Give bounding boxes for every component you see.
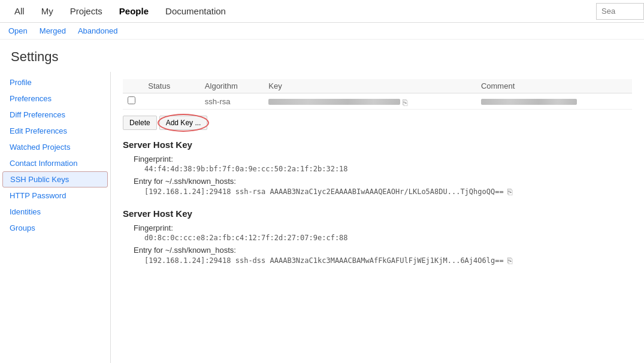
subnav-open[interactable]: Open	[6, 25, 34, 37]
row-checkbox[interactable]	[128, 96, 135, 104]
page-title: Settings	[0, 40, 644, 72]
shk2-fp-value: d0:8c:0c:cc:e8:2a:fb:c4:12:7f:2d:27:07:9…	[144, 234, 632, 242]
col-header-comment: Comment	[476, 79, 632, 93]
nav-projects[interactable]: Projects	[62, 0, 111, 22]
subnav-merged[interactable]: Merged	[34, 25, 72, 37]
row-checkbox-cell	[123, 93, 143, 110]
sidebar-item-groups[interactable]: Groups	[0, 220, 110, 236]
col-header-key: Key	[264, 79, 476, 93]
shk2-copy-icon[interactable]: ⎘	[507, 256, 517, 265]
col-header-algorithm: Algorithm	[200, 79, 264, 93]
shk2-fp-label: Fingerprint:	[134, 223, 632, 232]
shk2-entry-value: [192.168.1.24]:29418 ssh-dss AAAAB3NzaC1…	[144, 256, 632, 265]
sidebar-item-ssh-public-keys[interactable]: SSH Public Keys	[2, 171, 108, 187]
sidebar-item-watched-projects[interactable]: Watched Projects	[0, 139, 110, 155]
comment-blurred	[481, 99, 577, 105]
shk2-title: Server Host Key	[123, 208, 632, 219]
content-area: Status Algorithm Key Comment ssh-rsa ⎘	[111, 72, 644, 363]
action-buttons: Delete Add Key ...	[123, 116, 632, 130]
subnav-abandoned[interactable]: Abandoned	[72, 25, 124, 37]
sidebar-item-edit-preferences[interactable]: Edit Preferences	[0, 123, 110, 139]
sidebar-item-identities[interactable]: Identities	[0, 204, 110, 220]
col-header-check	[123, 79, 143, 93]
sub-nav: Open Merged Abandoned	[0, 23, 644, 40]
sidebar-item-diff-preferences[interactable]: Diff Preferences	[0, 107, 110, 123]
key-copy-icon[interactable]: ⎘	[403, 98, 411, 106]
row-key: ⎘	[264, 93, 476, 110]
nav-documentation[interactable]: Documentation	[157, 0, 234, 22]
nav-all[interactable]: All	[6, 0, 33, 22]
nav-my[interactable]: My	[33, 0, 62, 22]
sidebar-item-contact-information[interactable]: Contact Information	[0, 155, 110, 171]
sidebar-item-preferences[interactable]: Preferences	[0, 90, 110, 107]
nav-items: All My Projects People Documentation	[6, 0, 234, 22]
top-nav: All My Projects People Documentation	[0, 0, 644, 23]
nav-people[interactable]: People	[111, 0, 157, 22]
delete-button[interactable]: Delete	[123, 116, 157, 130]
row-comment	[476, 93, 632, 110]
add-key-button[interactable]: Add Key ...	[159, 116, 208, 130]
sidebar: Profile Preferences Diff Preferences Edi…	[0, 72, 111, 363]
search-box	[596, 0, 644, 22]
sidebar-item-profile[interactable]: Profile	[0, 74, 110, 90]
col-header-status: Status	[143, 79, 200, 93]
shk2-entry-label: Entry for ~/.ssh/known_hosts:	[134, 246, 632, 255]
shk1-title: Server Host Key	[123, 140, 632, 150]
shk1-copy-icon[interactable]: ⎘	[507, 187, 517, 196]
row-status	[143, 93, 200, 110]
main-layout: Profile Preferences Diff Preferences Edi…	[0, 72, 644, 363]
row-algorithm: ssh-rsa	[200, 93, 264, 110]
shk1-entry-value: [192.168.1.24]:29418 ssh-rsa AAAAB3NzaC1…	[144, 187, 632, 196]
ssh-keys-table: Status Algorithm Key Comment ssh-rsa ⎘	[123, 79, 632, 110]
shk1-fp-value: 44:f4:4d:38:9b:bf:7f:0a:9e:cc:50:2a:1f:2…	[144, 165, 632, 173]
search-input[interactable]	[596, 3, 644, 20]
key-blurred	[268, 99, 400, 105]
server-host-key-2: Server Host Key Fingerprint: d0:8c:0c:cc…	[123, 208, 632, 265]
sidebar-item-http-password[interactable]: HTTP Password	[0, 187, 110, 204]
server-host-key-1: Server Host Key Fingerprint: 44:f4:4d:38…	[123, 140, 632, 196]
shk1-entry-label: Entry for ~/.ssh/known_hosts:	[134, 177, 632, 186]
shk1-fp-label: Fingerprint:	[134, 155, 632, 164]
table-row: ssh-rsa ⎘	[123, 93, 632, 110]
